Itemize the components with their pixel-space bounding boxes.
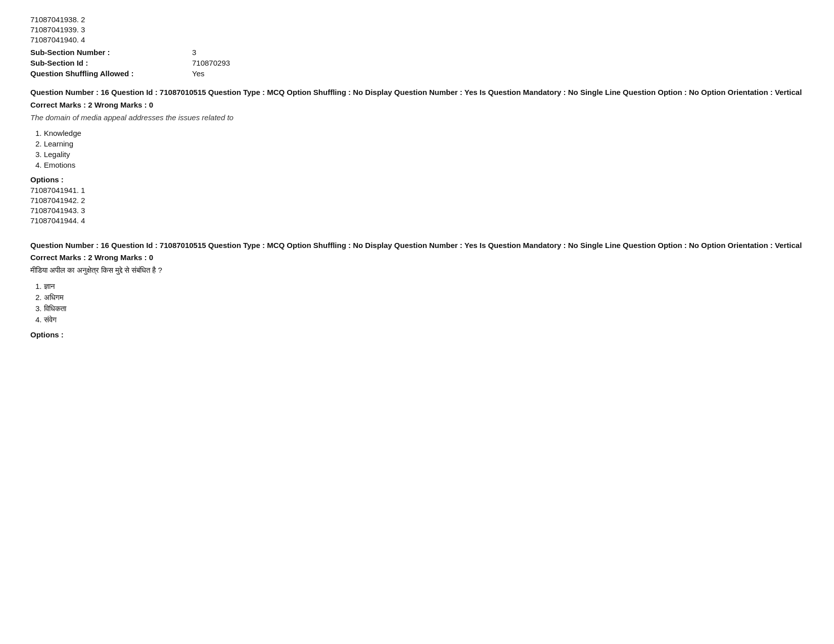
top-id-row-1: 71087041938. 2 xyxy=(30,15,804,24)
subsection-info: Sub-Section Number : 3 Sub-Section Id : … xyxy=(30,48,804,78)
list-item: 1. ज्ञान xyxy=(35,282,804,291)
subsection-number-row: Sub-Section Number : 3 xyxy=(30,48,804,57)
option-id-1: 71087041941. 1 xyxy=(30,186,804,194)
list-item: 4. Emotions xyxy=(35,161,804,169)
option-id-3: 71087041943. 3 xyxy=(30,206,804,215)
question-shuffling-label: Question Shuffling Allowed : xyxy=(30,69,192,78)
question2-marks: Correct Marks : 2 Wrong Marks : 0 xyxy=(30,253,804,262)
question1-options-list: 1. Knowledge 2. Learning 3. Legality 4. … xyxy=(30,129,804,169)
top-id-1: 71087041938. 2 xyxy=(30,15,85,24)
top-id-row-3: 71087041940. 4 xyxy=(30,35,804,44)
list-item: 3. विधिकता xyxy=(35,304,804,313)
question2-options-label: Options : xyxy=(30,330,804,339)
list-item: 3. Legality xyxy=(35,150,804,159)
question2-header: Question Number : 16 Question Id : 71087… xyxy=(30,240,804,252)
question-shuffling-value: Yes xyxy=(192,69,204,78)
subsection-id-value: 710870293 xyxy=(192,59,230,67)
list-item: 4. संवेग xyxy=(35,315,804,324)
subsection-id-row: Sub-Section Id : 710870293 xyxy=(30,59,804,67)
question-block-1-english: Question Number : 16 Question Id : 71087… xyxy=(30,87,804,225)
subsection-id-label: Sub-Section Id : xyxy=(30,59,192,67)
question2-text: मीडिया अपील का अनुक्षेत्र किस मुद्दे से … xyxy=(30,266,804,275)
list-item: 2. अधिगम xyxy=(35,293,804,302)
question1-options-label: Options : xyxy=(30,175,804,184)
top-ids-section: 71087041938. 2 71087041939. 3 7108704194… xyxy=(30,15,804,44)
question2-options-list: 1. ज्ञान 2. अधिगम 3. विधिकता 4. संवेग xyxy=(30,282,804,324)
list-item: 1. Knowledge xyxy=(35,129,804,137)
subsection-number-label: Sub-Section Number : xyxy=(30,48,192,57)
top-id-2: 71087041939. 3 xyxy=(30,25,85,34)
question-block-2-hindi: Question Number : 16 Question Id : 71087… xyxy=(30,240,804,339)
top-id-row-2: 71087041939. 3 xyxy=(30,25,804,34)
question1-header: Question Number : 16 Question Id : 71087… xyxy=(30,87,804,98)
option-id-2: 71087041942. 2 xyxy=(30,196,804,205)
question-shuffling-row: Question Shuffling Allowed : Yes xyxy=(30,69,804,78)
top-id-3: 71087041940. 4 xyxy=(30,35,85,44)
question1-marks: Correct Marks : 2 Wrong Marks : 0 xyxy=(30,101,804,109)
option-id-4: 71087041944. 4 xyxy=(30,216,804,225)
list-item: 2. Learning xyxy=(35,139,804,148)
question1-text: The domain of media appeal addresses the… xyxy=(30,113,804,122)
subsection-number-value: 3 xyxy=(192,48,196,57)
